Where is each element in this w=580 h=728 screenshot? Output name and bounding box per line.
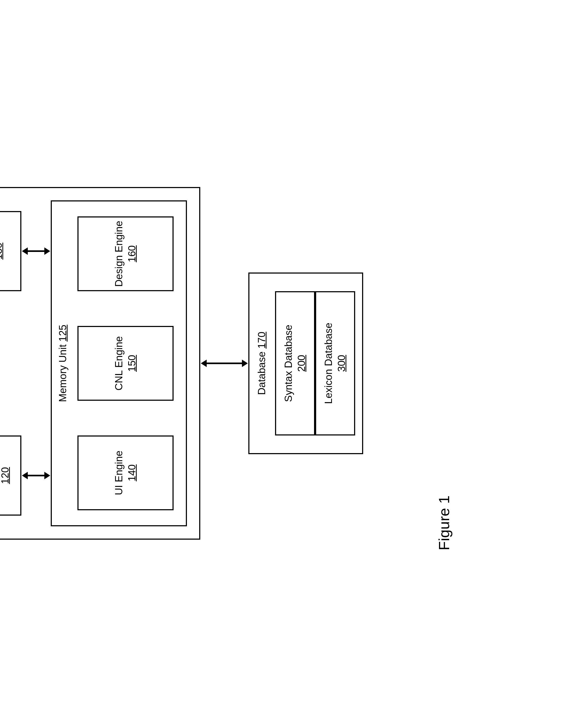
- database-ref: 170: [256, 332, 267, 349]
- io-devices-box: I/O Devices 130: [0, 211, 21, 291]
- cnl-engine-label: CNL Engine: [112, 336, 126, 391]
- memory-unit-title: Memory Unit 125: [57, 202, 69, 525]
- lexicon-db-ref: 300: [335, 355, 348, 372]
- ui-engine-label: UI Engine: [112, 451, 126, 495]
- processing-units-box: Processing Unit(s) 120: [0, 436, 21, 516]
- lexicon-db-label: Lexicon Database: [322, 323, 335, 404]
- cnl-engine-box: CNL Engine 150: [77, 326, 174, 401]
- syntax-db-box: Syntax Database 200: [275, 291, 315, 436]
- design-engine-box: Design Engine 160: [77, 216, 174, 291]
- syntax-db-ref: 200: [295, 355, 308, 372]
- processing-units-ref: 120: [0, 467, 12, 484]
- design-engine-ref: 160: [126, 245, 139, 262]
- database-label: Database: [256, 352, 267, 395]
- arrow-processing-memory: [27, 475, 45, 476]
- arrow-computing-database: [206, 363, 243, 364]
- lexicon-db-box: Lexicon Database 300: [315, 291, 355, 436]
- figure-caption: Figure 1: [435, 496, 453, 550]
- memory-unit-label: Memory Unit: [57, 344, 68, 402]
- diagram-root: 100 Computing Device 110 Processing Unit…: [0, 176, 489, 550]
- design-engine-label: Design Engine: [112, 221, 126, 287]
- arrow-io-memory: [27, 250, 45, 252]
- io-devices-ref: 130: [0, 242, 5, 259]
- ui-engine-box: UI Engine 140: [77, 436, 174, 510]
- ui-engine-ref: 140: [126, 464, 139, 481]
- cnl-engine-ref: 150: [126, 355, 139, 372]
- database-title: Database 170: [256, 274, 268, 453]
- memory-unit-ref: 125: [57, 324, 68, 341]
- syntax-db-label: Syntax Database: [282, 324, 295, 402]
